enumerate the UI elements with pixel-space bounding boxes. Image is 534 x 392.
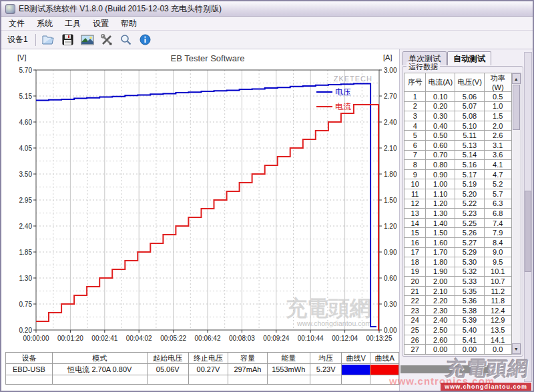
run-table-cell: 5.16 — [455, 160, 485, 170]
run-table-row[interactable]: 40.405.102.0 — [405, 121, 512, 131]
menu-item-3[interactable]: 设置 — [87, 17, 115, 31]
run-table-row[interactable]: 181.805.309.5 — [405, 257, 512, 267]
run-table-cell: 12.4 — [484, 306, 511, 316]
run-table-cell: 22 — [405, 296, 426, 306]
run-table-cell: 27 — [405, 345, 426, 355]
summary-col-header: 曲线V — [342, 353, 370, 364]
menu-item-4[interactable]: 帮助 — [115, 17, 143, 31]
run-table-row[interactable]: 111.105.205.7 — [405, 189, 512, 199]
run-table-cell: 1.40 — [426, 218, 455, 228]
svg-text:00:06:42: 00:06:42 — [195, 335, 221, 342]
run-table-cell: 1.60 — [426, 237, 455, 247]
summary-col-header: 容量 — [228, 353, 267, 364]
scroll-track[interactable] — [512, 131, 521, 343]
run-table-cell: 5.35 — [455, 286, 485, 296]
scroll-thumb[interactable] — [513, 85, 520, 130]
run-table-cell: 5.23 — [455, 209, 485, 219]
run-table-cell: 0.50 — [426, 131, 455, 141]
run-table-row[interactable]: 252.505.4013.5 — [405, 325, 512, 335]
summary-empty-cell — [310, 375, 341, 385]
run-table-row[interactable]: 101.005.195.2 — [405, 179, 512, 189]
run-table-row[interactable]: 242.405.3912.9 — [405, 315, 512, 325]
run-table-cell: 17 — [405, 247, 426, 257]
tools-icon — [101, 34, 113, 45]
run-table-row[interactable]: 80.805.164.1 — [405, 160, 512, 170]
run-table-row[interactable]: 212.105.3511.2 — [405, 286, 512, 296]
app-window: EB测试系统软件 V1.8.0 (Build 2015-12-03 充电头特别版… — [0, 0, 534, 392]
svg-text:2.10: 2.10 — [384, 145, 397, 152]
run-table-cell: 0.40 — [426, 121, 455, 131]
run-table-row[interactable]: 70.705.143.6 — [405, 150, 512, 160]
run-table-cell: 5.13 — [455, 140, 485, 150]
run-table-row[interactable]: 121.205.226.3 — [405, 199, 512, 209]
zoom-button[interactable] — [117, 32, 135, 47]
run-table-cell: 5.29 — [455, 247, 485, 257]
run-table-row[interactable]: 90.905.174.7 — [405, 169, 512, 179]
info-button[interactable] — [137, 32, 154, 47]
run-table-row[interactable]: 232.305.3812.4 — [405, 306, 512, 316]
menu-item-0[interactable]: 文件 — [3, 17, 31, 31]
run-table-cell: 5.25 — [455, 218, 485, 228]
run-table-cell: 8.4 — [484, 237, 511, 247]
run-table-cell: 2 — [405, 101, 426, 111]
tools-button[interactable] — [98, 32, 115, 47]
svg-text:00:12:04: 00:12:04 — [332, 335, 358, 342]
run-table-row[interactable]: 171.705.299.0 — [405, 247, 512, 257]
run-table-cell: 1 — [405, 92, 426, 102]
run-col-header: 功率(W) — [484, 73, 511, 92]
run-table-row[interactable]: 141.405.257.4 — [405, 218, 512, 228]
zoom-icon — [120, 34, 131, 45]
summary-empty-row — [6, 375, 399, 385]
tab-auto-test[interactable]: 自动测试 — [447, 51, 491, 65]
run-table-row[interactable]: 222.205.3611.8 — [405, 296, 512, 306]
run-table-row[interactable]: 161.605.278.4 — [405, 237, 512, 247]
svg-text:0.30: 0.30 — [384, 301, 397, 308]
svg-text:0.20: 0.20 — [19, 327, 33, 334]
run-table-row[interactable]: 151.505.267.9 — [405, 228, 512, 238]
menu-item-1[interactable]: 系统 — [31, 17, 59, 31]
save-button[interactable] — [59, 32, 77, 47]
run-table-cell: 5.20 — [455, 189, 485, 199]
summary-cell: 5.23V — [310, 364, 341, 375]
run-table-row[interactable]: 30.305.081.5 — [405, 111, 512, 121]
run-table-row[interactable]: 60.605.133.1 — [405, 140, 512, 150]
summary-col-header: 起始电压 — [147, 353, 188, 364]
run-table-row[interactable]: 202.005.3310.7 — [405, 277, 512, 287]
run-table-row[interactable]: 270.000.000.0 — [405, 345, 512, 355]
svg-text:00:08:03: 00:08:03 — [229, 335, 255, 342]
device-selector[interactable]: 设备1 — [4, 34, 31, 45]
run-table-row[interactable]: 191.905.3210.1 — [405, 267, 512, 277]
scroll-down-button[interactable]: ▼ — [512, 343, 521, 354]
run-table-row[interactable]: 131.305.236.8 — [405, 209, 512, 219]
run-table-cell: 0.20 — [426, 101, 455, 111]
run-table-cell: 0.00 — [455, 345, 485, 355]
table-scrollbar[interactable]: ▲ ▼ — [512, 73, 521, 355]
run-table-row[interactable]: 50.505.112.6 — [405, 131, 512, 141]
menu-item-2[interactable]: 工具 — [59, 17, 87, 31]
run-table-cell: 5.14 — [455, 150, 485, 160]
curve-v-swatch[interactable] — [342, 364, 370, 375]
panel-scrollbar[interactable] — [524, 52, 532, 382]
svg-text:0.00: 0.00 — [384, 327, 397, 334]
summary-empty-cell — [267, 375, 310, 385]
svg-text:ZKETECH: ZKETECH — [334, 75, 372, 83]
run-table-cell: 5.7 — [484, 189, 511, 199]
run-table-row[interactable]: 20.205.071.0 — [405, 101, 512, 111]
summary-col-header: 设备 — [6, 353, 53, 364]
panel-scroll-thumb[interactable] — [525, 191, 531, 272]
run-table-row[interactable]: 262.605.4114.1 — [405, 335, 512, 345]
open-file-icon — [42, 35, 55, 45]
run-table-cell: 1.10 — [426, 189, 455, 199]
curve-a-swatch[interactable] — [370, 364, 399, 375]
summary-empty-cell — [188, 375, 228, 385]
run-table-cell: 24 — [405, 315, 426, 325]
open-file-button[interactable] — [40, 32, 57, 47]
title-bar[interactable]: EB测试系统软件 V1.8.0 (Build 2015-12-03 充电头特别版… — [1, 1, 533, 17]
export-image-button[interactable] — [79, 32, 96, 47]
run-table-cell: 0.70 — [426, 150, 455, 160]
scroll-up-button[interactable]: ▲ — [512, 73, 521, 84]
run-table-row[interactable]: 10.105.060.5 — [405, 92, 512, 102]
run-table-cell: 1.20 — [426, 199, 455, 209]
horizontal-scroll-thumb[interactable] — [400, 365, 489, 373]
run-table-cell: 0.0 — [484, 345, 511, 355]
